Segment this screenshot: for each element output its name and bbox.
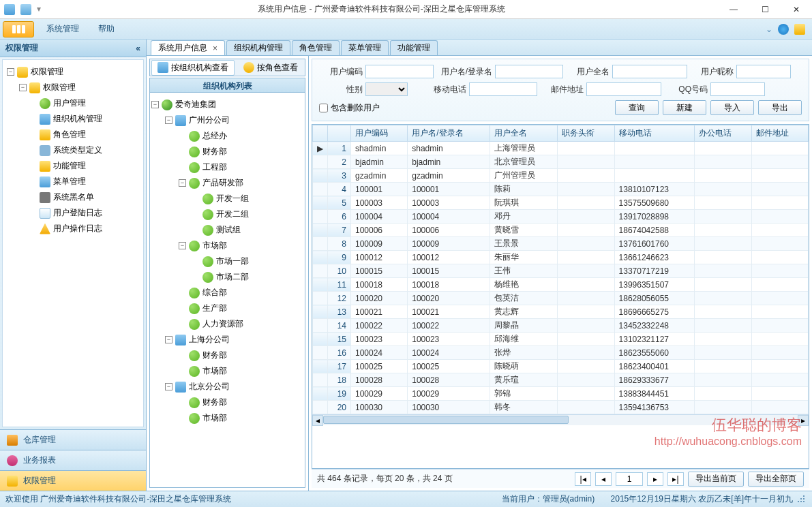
view-by-role-tab[interactable]: 按角色查看 xyxy=(238,61,303,75)
table-row[interactable]: 9100012100012朱丽华13661246623 xyxy=(313,251,809,264)
grid-column-header[interactable]: 职务头衔 xyxy=(558,125,614,142)
select-gender[interactable] xyxy=(365,82,408,96)
ribbon-item[interactable]: 帮助 xyxy=(89,23,124,35)
tree-item[interactable]: 用户管理 xyxy=(7,95,139,111)
checkbox-include-deleted[interactable]: 包含删除用户 xyxy=(319,102,380,114)
input-login[interactable] xyxy=(495,65,563,78)
grid-column-header[interactable] xyxy=(328,125,351,142)
maximize-button[interactable]: ☐ xyxy=(749,0,781,19)
chevron-down-icon[interactable]: ⌄ xyxy=(766,25,772,34)
tree-root[interactable]: −权限管理 xyxy=(7,64,139,80)
table-row[interactable]: 11100018100018杨维艳13996351507 xyxy=(313,278,809,292)
export-all-button[interactable]: 导出全部页 xyxy=(748,472,804,487)
export-page-button[interactable]: 导出当前页 xyxy=(688,472,744,487)
table-row[interactable]: 3gzadmingzadmin广州管理员 xyxy=(313,169,809,183)
grid-column-header[interactable]: 邮件地址 xyxy=(751,125,808,142)
table-row[interactable]: 20100030100030韩冬13594136753 xyxy=(313,401,809,414)
org-node[interactable]: 市场部 xyxy=(151,410,303,426)
table-row[interactable]: 16100024100024张烨18623555060 xyxy=(313,346,809,360)
page-input[interactable] xyxy=(616,472,643,486)
org-node[interactable]: 综合部 xyxy=(151,285,303,301)
table-row[interactable]: 18100028100028黄乐瑄18629333677 xyxy=(313,373,809,387)
minimize-button[interactable]: — xyxy=(718,0,749,19)
org-node[interactable]: 开发二组 xyxy=(151,206,303,222)
input-user-code[interactable] xyxy=(365,65,434,78)
table-row[interactable]: 13100021100021黄志辉18696665275 xyxy=(313,305,809,319)
org-node[interactable]: 开发一组 xyxy=(151,191,303,206)
doc-tab[interactable]: 功能管理 xyxy=(390,40,438,55)
new-button[interactable]: 新建 xyxy=(663,100,706,115)
grid-column-header[interactable]: 移动电话 xyxy=(614,125,695,142)
org-node[interactable]: 财务部 xyxy=(151,144,303,159)
input-nick[interactable] xyxy=(736,65,791,78)
last-page-button[interactable]: ▸| xyxy=(667,472,684,486)
input-fullname[interactable] xyxy=(612,65,687,78)
org-node[interactable]: −北京分公司 xyxy=(151,379,303,395)
tree-item[interactable]: 用户操作日志 xyxy=(7,221,139,236)
table-row[interactable]: 10100015100015王伟13370717219 xyxy=(313,264,809,278)
org-node[interactable]: 人力资源部 xyxy=(151,316,303,332)
app-icon-2[interactable] xyxy=(20,4,31,15)
table-row[interactable]: 12100020100020包英洁18628056055 xyxy=(313,292,809,305)
tree-item[interactable]: 菜单管理 xyxy=(7,174,139,189)
org-node[interactable]: 财务部 xyxy=(151,395,303,410)
tree-item[interactable]: 组织机构管理 xyxy=(7,111,139,127)
query-button[interactable]: 查询 xyxy=(615,100,659,115)
nav-group-item[interactable]: 权限管理 xyxy=(0,470,146,491)
scroll-right-icon[interactable]: ▸ xyxy=(798,415,809,426)
table-row[interactable]: 7100006100006黄晓雪18674042588 xyxy=(313,224,809,237)
org-node[interactable]: −广州分公司 xyxy=(151,112,303,128)
export-button[interactable]: 导出 xyxy=(758,100,802,115)
table-row[interactable]: ▶1shadminshadmin上海管理员 xyxy=(313,142,809,155)
table-row[interactable]: 14100022100022周黎晶13452332248 xyxy=(313,319,809,333)
file-button[interactable] xyxy=(3,21,34,37)
grid-column-header[interactable]: 用户全名 xyxy=(490,125,558,142)
table-row[interactable]: 2bjadminbjadmin北京管理员 xyxy=(313,155,809,169)
doc-tab[interactable]: 菜单管理 xyxy=(341,40,389,55)
nav-group-item[interactable]: 业务报表 xyxy=(0,450,146,470)
org-node[interactable]: 测试组 xyxy=(151,222,303,238)
ribbon-item[interactable]: 系统管理 xyxy=(37,23,89,35)
table-row[interactable]: 15100023100023邱海维13102321127 xyxy=(313,333,809,346)
info-icon[interactable] xyxy=(778,24,789,35)
next-page-button[interactable]: ▸ xyxy=(647,472,663,486)
org-node[interactable]: −市场部 xyxy=(151,238,303,253)
table-row[interactable]: 19100029100029郭锦13883844451 xyxy=(313,387,809,401)
tree-item[interactable]: 功能管理 xyxy=(7,158,139,174)
table-row[interactable]: 6100004100004邓丹13917028898 xyxy=(313,210,809,224)
org-node[interactable]: 生产部 xyxy=(151,301,303,316)
tree-sub[interactable]: −权限管理 xyxy=(7,80,139,95)
nav-group-item[interactable]: 仓库管理 xyxy=(0,429,146,450)
org-node[interactable]: −上海分公司 xyxy=(151,332,303,348)
view-by-org-tab[interactable]: 按组织机构查看 xyxy=(151,60,235,76)
close-icon[interactable]: × xyxy=(213,44,217,53)
tree-item[interactable]: 角色管理 xyxy=(7,127,139,142)
grid-column-header[interactable]: 用户编码 xyxy=(351,125,408,142)
table-row[interactable]: 4100001100001陈莉13810107123 xyxy=(313,183,809,196)
input-mobile[interactable] xyxy=(469,82,537,96)
collapse-icon[interactable]: « xyxy=(136,44,140,53)
org-node[interactable]: 市场部 xyxy=(151,363,303,379)
doc-tab[interactable]: 角色管理 xyxy=(292,40,340,55)
org-node[interactable]: 市场一部 xyxy=(151,253,303,269)
org-node[interactable]: 工程部 xyxy=(151,159,303,175)
resize-grip[interactable] xyxy=(797,495,807,504)
import-button[interactable]: 导入 xyxy=(710,100,754,115)
close-button[interactable]: ✕ xyxy=(781,0,812,19)
tree-item[interactable]: 系统类型定义 xyxy=(7,142,139,158)
tree-item[interactable]: 系统黑名单 xyxy=(7,189,139,205)
org-node[interactable]: −产品研发部 xyxy=(151,175,303,191)
org-root[interactable]: −爱奇迪集团 xyxy=(151,97,303,112)
scroll-left-icon[interactable]: ◂ xyxy=(312,415,323,426)
grid-column-header[interactable] xyxy=(313,125,328,142)
input-qq[interactable] xyxy=(710,82,765,96)
mail-icon[interactable] xyxy=(794,24,805,35)
table-row[interactable]: 8100009100009王景景13761601760 xyxy=(313,237,809,251)
input-email[interactable] xyxy=(586,82,661,96)
qat-dropdown-icon[interactable]: ▾ xyxy=(37,4,41,15)
horizontal-scrollbar[interactable]: ◂ ▸ xyxy=(312,414,809,425)
grid-column-header[interactable]: 办公电话 xyxy=(695,125,751,142)
doc-tab[interactable]: 系统用户信息× xyxy=(151,40,225,55)
app-icon-1[interactable] xyxy=(4,4,15,15)
table-row[interactable]: 17100025100025陈晓萌18623400401 xyxy=(313,360,809,373)
